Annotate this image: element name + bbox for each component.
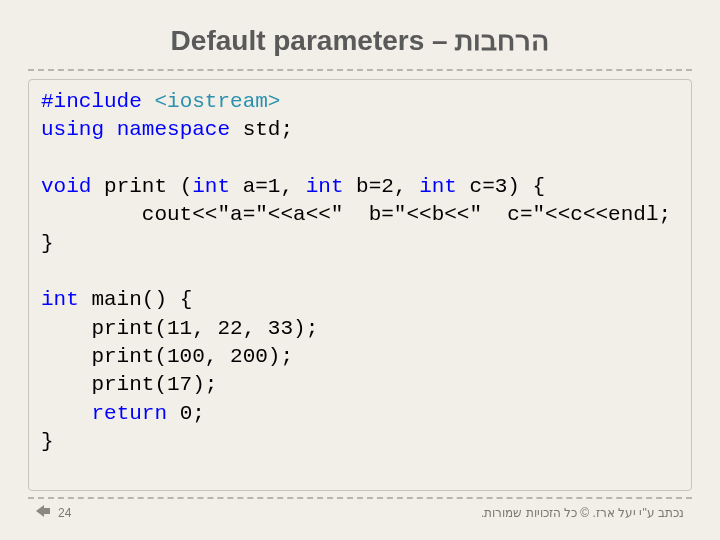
footer-credit: נכתב ע"י יעל ארז. © כל הזכויות שמורות. [481, 506, 684, 520]
kw-void: void [41, 175, 91, 198]
slide-title: Default parameters – הרחבות [28, 24, 692, 57]
footer-row: 24 נכתב ע"י יעל ארז. © כל הזכויות שמורות… [28, 505, 692, 520]
title-english: Default parameters [171, 25, 425, 56]
slide-container: Default parameters – הרחבות #include <io… [0, 0, 720, 540]
kw-int-main: int [41, 288, 79, 311]
title-divider [28, 69, 692, 71]
kw-include: #include [41, 90, 142, 113]
kw-int-c: int [419, 175, 457, 198]
kw-using: using [41, 118, 104, 141]
return-val: 0; [167, 402, 205, 425]
call-2: print(100, 200); [41, 345, 293, 368]
kw-return: return [91, 402, 167, 425]
fn-print-open: print ( [91, 175, 192, 198]
print-close: } [41, 232, 54, 255]
include-target: <iostream> [142, 90, 281, 113]
code-block: #include <iostream> using namespace std;… [28, 79, 692, 491]
arrow-icon [36, 505, 50, 520]
param-b: b=2, [344, 175, 420, 198]
title-separator: – [424, 25, 455, 56]
kw-int-b: int [306, 175, 344, 198]
svg-marker-0 [36, 505, 50, 517]
footer-divider [28, 497, 692, 499]
title-hebrew: הרחבות [455, 25, 549, 56]
footer-left: 24 [36, 505, 71, 520]
main-close: } [41, 430, 54, 453]
main-open: main() { [79, 288, 192, 311]
sp [104, 118, 117, 141]
param-a: a=1, [230, 175, 306, 198]
call-1: print(11, 22, 33); [41, 317, 318, 340]
cout-line: cout<<"a="<<a<<" b="<<b<<" c="<<c<<endl; [41, 203, 671, 226]
return-indent [41, 402, 91, 425]
ns-std: std; [230, 118, 293, 141]
kw-int-a: int [192, 175, 230, 198]
param-c: c=3) { [457, 175, 545, 198]
page-number: 24 [58, 506, 71, 520]
call-3: print(17); [41, 373, 217, 396]
kw-namespace: namespace [117, 118, 230, 141]
